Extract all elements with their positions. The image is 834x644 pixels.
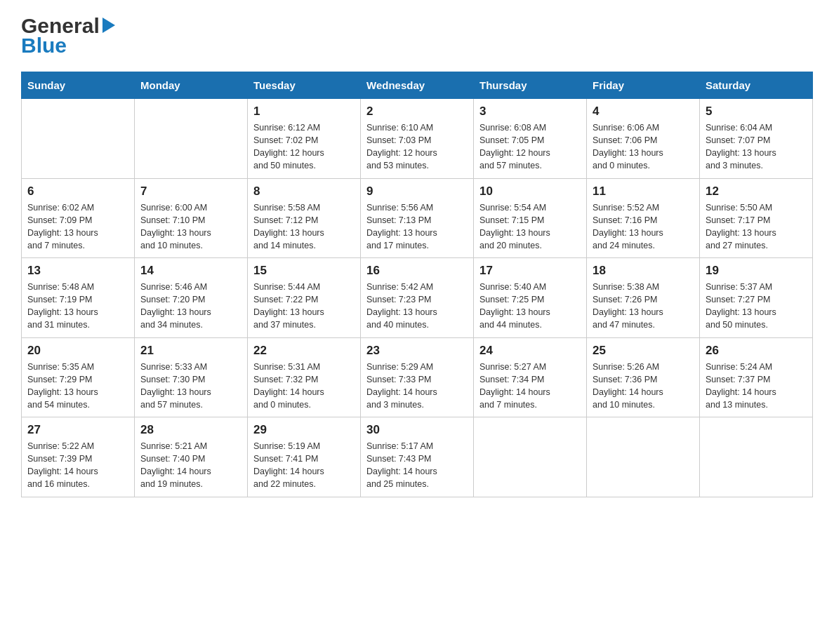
- day-info: Sunrise: 5:42 AM Sunset: 7:23 PM Dayligh…: [366, 281, 468, 332]
- calendar-cell: [135, 99, 248, 179]
- calendar-cell: 30Sunrise: 5:17 AM Sunset: 7:43 PM Dayli…: [361, 417, 474, 497]
- calendar-cell: 4Sunrise: 6:06 AM Sunset: 7:06 PM Daylig…: [587, 99, 700, 179]
- day-info: Sunrise: 5:38 AM Sunset: 7:26 PM Dayligh…: [593, 281, 694, 332]
- calendar-cell: [22, 99, 135, 179]
- calendar-cell: 23Sunrise: 5:29 AM Sunset: 7:33 PM Dayli…: [361, 337, 474, 417]
- day-info: Sunrise: 5:35 AM Sunset: 7:29 PM Dayligh…: [27, 361, 128, 412]
- day-number: 9: [366, 185, 468, 199]
- day-number: 20: [27, 344, 128, 358]
- day-info: Sunrise: 5:27 AM Sunset: 7:34 PM Dayligh…: [479, 361, 581, 412]
- calendar-cell: 24Sunrise: 5:27 AM Sunset: 7:34 PM Dayli…: [474, 337, 587, 417]
- calendar-cell: [587, 417, 700, 497]
- page-header: General Blue: [21, 14, 813, 58]
- calendar-cell: 27Sunrise: 5:22 AM Sunset: 7:39 PM Dayli…: [22, 417, 135, 497]
- calendar-cell: 1Sunrise: 6:12 AM Sunset: 7:02 PM Daylig…: [248, 99, 361, 179]
- calendar-cell: 25Sunrise: 5:26 AM Sunset: 7:36 PM Dayli…: [587, 337, 700, 417]
- day-info: Sunrise: 5:40 AM Sunset: 7:25 PM Dayligh…: [479, 281, 581, 332]
- calendar-cell: 12Sunrise: 5:50 AM Sunset: 7:17 PM Dayli…: [700, 178, 813, 258]
- day-number: 3: [479, 105, 581, 119]
- calendar-cell: [474, 417, 587, 497]
- day-info: Sunrise: 5:44 AM Sunset: 7:22 PM Dayligh…: [253, 281, 355, 332]
- calendar-cell: 21Sunrise: 5:33 AM Sunset: 7:30 PM Dayli…: [135, 337, 248, 417]
- calendar-cell: 6Sunrise: 6:02 AM Sunset: 7:09 PM Daylig…: [22, 178, 135, 258]
- day-info: Sunrise: 5:19 AM Sunset: 7:41 PM Dayligh…: [253, 440, 355, 491]
- calendar-header-tuesday: Tuesday: [248, 72, 361, 99]
- calendar-cell: 2Sunrise: 6:10 AM Sunset: 7:03 PM Daylig…: [361, 99, 474, 179]
- calendar-cell: 5Sunrise: 6:04 AM Sunset: 7:07 PM Daylig…: [700, 99, 813, 179]
- calendar-cell: 10Sunrise: 5:54 AM Sunset: 7:15 PM Dayli…: [474, 178, 587, 258]
- day-info: Sunrise: 5:46 AM Sunset: 7:20 PM Dayligh…: [140, 281, 241, 332]
- calendar-cell: 3Sunrise: 6:08 AM Sunset: 7:05 PM Daylig…: [474, 99, 587, 179]
- day-number: 21: [140, 344, 241, 358]
- calendar-cell: 9Sunrise: 5:56 AM Sunset: 7:13 PM Daylig…: [361, 178, 474, 258]
- day-number: 23: [366, 344, 468, 358]
- day-info: Sunrise: 6:06 AM Sunset: 7:06 PM Dayligh…: [593, 121, 694, 173]
- day-number: 7: [140, 185, 241, 199]
- logo-blue-text: Blue: [21, 34, 67, 58]
- day-info: Sunrise: 5:17 AM Sunset: 7:43 PM Dayligh…: [366, 440, 468, 491]
- calendar-week-3: 13Sunrise: 5:48 AM Sunset: 7:19 PM Dayli…: [22, 258, 813, 338]
- day-info: Sunrise: 6:04 AM Sunset: 7:07 PM Dayligh…: [706, 121, 807, 173]
- day-number: 25: [593, 344, 694, 358]
- day-info: Sunrise: 5:29 AM Sunset: 7:33 PM Dayligh…: [366, 361, 468, 412]
- day-number: 15: [253, 264, 355, 278]
- calendar-cell: 20Sunrise: 5:35 AM Sunset: 7:29 PM Dayli…: [22, 337, 135, 417]
- day-info: Sunrise: 5:48 AM Sunset: 7:19 PM Dayligh…: [27, 281, 128, 332]
- calendar-body: 1Sunrise: 6:12 AM Sunset: 7:02 PM Daylig…: [22, 99, 813, 497]
- day-number: 28: [140, 423, 241, 437]
- calendar-cell: 19Sunrise: 5:37 AM Sunset: 7:27 PM Dayli…: [700, 258, 813, 338]
- day-info: Sunrise: 5:22 AM Sunset: 7:39 PM Dayligh…: [27, 440, 128, 491]
- logo: General Blue: [21, 14, 115, 58]
- day-number: 17: [479, 264, 581, 278]
- day-number: 24: [479, 344, 581, 358]
- calendar-header-sunday: Sunday: [22, 72, 135, 99]
- calendar-cell: 15Sunrise: 5:44 AM Sunset: 7:22 PM Dayli…: [248, 258, 361, 338]
- calendar-cell: 17Sunrise: 5:40 AM Sunset: 7:25 PM Dayli…: [474, 258, 587, 338]
- day-number: 13: [27, 264, 128, 278]
- day-number: 4: [593, 105, 694, 119]
- calendar-cell: [700, 417, 813, 497]
- day-number: 10: [479, 185, 581, 199]
- calendar-header: SundayMondayTuesdayWednesdayThursdayFrid…: [22, 72, 813, 99]
- calendar-cell: 18Sunrise: 5:38 AM Sunset: 7:26 PM Dayli…: [587, 258, 700, 338]
- day-number: 19: [706, 264, 807, 278]
- calendar-week-4: 20Sunrise: 5:35 AM Sunset: 7:29 PM Dayli…: [22, 337, 813, 417]
- calendar-cell: 28Sunrise: 5:21 AM Sunset: 7:40 PM Dayli…: [135, 417, 248, 497]
- calendar-cell: 16Sunrise: 5:42 AM Sunset: 7:23 PM Dayli…: [361, 258, 474, 338]
- day-number: 29: [253, 423, 355, 437]
- day-number: 14: [140, 264, 241, 278]
- day-info: Sunrise: 5:24 AM Sunset: 7:37 PM Dayligh…: [706, 361, 807, 412]
- calendar-table: SundayMondayTuesdayWednesdayThursdayFrid…: [21, 72, 813, 497]
- calendar-week-1: 1Sunrise: 6:12 AM Sunset: 7:02 PM Daylig…: [22, 99, 813, 179]
- day-number: 30: [366, 423, 468, 437]
- day-info: Sunrise: 5:37 AM Sunset: 7:27 PM Dayligh…: [706, 281, 807, 332]
- day-number: 16: [366, 264, 468, 278]
- calendar-header-monday: Monday: [135, 72, 248, 99]
- calendar-header-friday: Friday: [587, 72, 700, 99]
- day-info: Sunrise: 5:31 AM Sunset: 7:32 PM Dayligh…: [253, 361, 355, 412]
- day-number: 18: [593, 264, 694, 278]
- day-info: Sunrise: 6:08 AM Sunset: 7:05 PM Dayligh…: [479, 121, 581, 173]
- calendar-cell: 26Sunrise: 5:24 AM Sunset: 7:37 PM Dayli…: [700, 337, 813, 417]
- day-number: 2: [366, 105, 468, 119]
- calendar-header-thursday: Thursday: [474, 72, 587, 99]
- day-number: 26: [706, 344, 807, 358]
- calendar-cell: 11Sunrise: 5:52 AM Sunset: 7:16 PM Dayli…: [587, 178, 700, 258]
- logo-triangle-icon: [102, 18, 115, 33]
- day-info: Sunrise: 6:12 AM Sunset: 7:02 PM Dayligh…: [253, 121, 355, 173]
- calendar-cell: 29Sunrise: 5:19 AM Sunset: 7:41 PM Dayli…: [248, 417, 361, 497]
- day-info: Sunrise: 5:54 AM Sunset: 7:15 PM Dayligh…: [479, 201, 581, 253]
- day-info: Sunrise: 5:50 AM Sunset: 7:17 PM Dayligh…: [706, 201, 807, 253]
- day-info: Sunrise: 5:58 AM Sunset: 7:12 PM Dayligh…: [253, 201, 355, 253]
- calendar-week-2: 6Sunrise: 6:02 AM Sunset: 7:09 PM Daylig…: [22, 178, 813, 258]
- calendar-cell: 13Sunrise: 5:48 AM Sunset: 7:19 PM Dayli…: [22, 258, 135, 338]
- day-info: Sunrise: 5:21 AM Sunset: 7:40 PM Dayligh…: [140, 440, 241, 491]
- calendar-week-5: 27Sunrise: 5:22 AM Sunset: 7:39 PM Dayli…: [22, 417, 813, 497]
- day-number: 5: [706, 105, 807, 119]
- day-info: Sunrise: 5:33 AM Sunset: 7:30 PM Dayligh…: [140, 361, 241, 412]
- day-number: 12: [706, 185, 807, 199]
- day-info: Sunrise: 6:02 AM Sunset: 7:09 PM Dayligh…: [27, 201, 128, 253]
- day-info: Sunrise: 6:10 AM Sunset: 7:03 PM Dayligh…: [366, 121, 468, 173]
- day-info: Sunrise: 5:26 AM Sunset: 7:36 PM Dayligh…: [593, 361, 694, 412]
- calendar-cell: 14Sunrise: 5:46 AM Sunset: 7:20 PM Dayli…: [135, 258, 248, 338]
